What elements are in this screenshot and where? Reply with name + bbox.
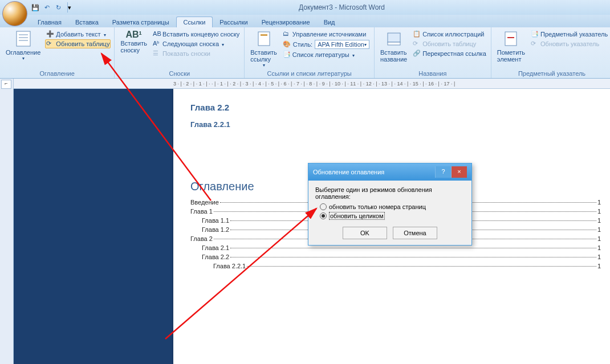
ribbon-tabs: Главная Вставка Разметка страницы Ссылки…: [0, 15, 610, 27]
toc-entry-label: Глава 2.2: [202, 253, 229, 260]
svg-rect-0: [17, 31, 30, 46]
insert-index-button[interactable]: 📑Предметный указатель: [530, 30, 609, 39]
vertical-ruler: ⌐: [0, 79, 14, 364]
footnote-icon: AB¹: [126, 30, 142, 40]
insert-endnote-button[interactable]: ABВставить концевую сноску: [152, 30, 241, 39]
window-title: Документ3 - Microsoft Word: [74, 3, 610, 11]
toc-entry-page: 1: [597, 199, 601, 206]
office-button[interactable]: [2, 1, 27, 26]
update-table-icon: ⟳: [46, 40, 54, 48]
group-citations-label: Ссылки и списки литературы: [248, 69, 371, 78]
tab-insert[interactable]: Вставка: [68, 17, 105, 27]
bibliography-icon: 📑: [283, 51, 291, 59]
cross-ref-icon: 🔗: [413, 50, 421, 58]
toc-entry-label: Глава 1.2: [202, 226, 229, 233]
mark-entry-button[interactable]: Пометить элемент: [495, 28, 527, 69]
heading-chapter-2-2[interactable]: Глава 2.2: [190, 103, 601, 112]
table-of-figures-button[interactable]: 📋Список иллюстраций: [412, 30, 487, 39]
insert-caption-button[interactable]: Вставить название: [378, 28, 409, 69]
cross-reference-label: Перекрестная ссылка: [422, 50, 486, 57]
update-toc-dialog: Обновление оглавления ? × Выберите один …: [308, 163, 472, 246]
toc-entry-label: Глава 2.2.1: [213, 263, 246, 269]
svg-rect-5: [261, 34, 267, 36]
tab-mailings[interactable]: Рассылки: [213, 17, 254, 27]
group-toc: Оглавление ▾ ➕Добавить текст ⟳Обновить т…: [0, 27, 115, 78]
toc-entry-page: 1: [597, 235, 601, 242]
manage-sources-button[interactable]: 🗂Управление источниками: [282, 30, 371, 39]
bibliography-button[interactable]: 📑Список литературы: [282, 50, 371, 59]
update-figures-button: ⟳Обновить таблицу: [412, 39, 487, 48]
toc-entry-label: Глава 2.1: [202, 244, 229, 251]
next-footnote-button[interactable]: AᵇСледующая сноска: [152, 39, 241, 48]
dialog-title-text: Обновление оглавления: [313, 169, 384, 175]
redo-icon[interactable]: ↻: [54, 3, 63, 12]
update-table-button[interactable]: ⟳Обновить таблицу: [45, 39, 111, 48]
ruler-corner-button[interactable]: ⌐: [1, 80, 11, 89]
radio-entire-table[interactable]: обновить целиком: [320, 212, 465, 220]
dialog-help-button[interactable]: ?: [435, 166, 451, 178]
next-footnote-label: Следующая сноска: [162, 40, 219, 47]
toc-entry-page: 1: [597, 263, 601, 269]
toc-line[interactable]: Глава 2.2.11: [190, 263, 601, 269]
dialog-close-button[interactable]: ×: [451, 166, 467, 178]
save-icon[interactable]: 💾: [31, 3, 40, 12]
workspace: ⌐ 3 · | · 2 · | · 1 · | · · | · 1 · | · …: [0, 79, 610, 364]
horizontal-ruler[interactable]: 3 · | · 2 · | · 1 · | · · | · 1 · | · 2 …: [14, 79, 610, 89]
update-index-label: Обновить указатель: [540, 40, 599, 47]
add-text-icon: ➕: [46, 30, 54, 38]
citation-style-dropdown[interactable]: APA Fifth Edition▾: [315, 40, 369, 49]
insert-footnote-label: Вставить сноску: [120, 40, 147, 54]
endnote-icon: AB: [153, 30, 161, 38]
heading-chapter-2-2-1[interactable]: Глава 2.2.1: [190, 120, 601, 129]
dialog-cancel-button[interactable]: Отмена: [393, 227, 437, 239]
citation-icon: [255, 30, 273, 48]
table-of-figures-label: Список иллюстраций: [422, 31, 484, 38]
update-figures-label: Обновить таблицу: [422, 40, 476, 47]
manage-sources-label: Управление источниками: [292, 31, 366, 38]
toc-button-label: Оглавление: [6, 49, 40, 56]
figures-icon: 📋: [413, 30, 421, 38]
group-captions-label: Названия: [378, 69, 487, 78]
group-captions: Вставить название 📋Список иллюстраций ⟳О…: [375, 27, 491, 78]
qat-dropdown-icon[interactable]: ▾: [67, 2, 71, 13]
update-table-label: Обновить таблицу: [56, 40, 109, 47]
update-index-button: ⟳Обновить указатель: [530, 39, 609, 48]
tab-page-layout[interactable]: Разметка страницы: [105, 17, 176, 27]
group-index: Пометить элемент 📑Предметный указатель ⟳…: [491, 27, 610, 78]
toc-line[interactable]: Глава 2.21: [190, 253, 601, 260]
tab-review[interactable]: Рецензирование: [255, 17, 317, 27]
toc-entry-label: Глава 1: [190, 208, 213, 215]
toc-entry-page: 1: [597, 217, 601, 224]
add-text-button[interactable]: ➕Добавить текст: [45, 30, 111, 39]
svg-rect-7: [388, 42, 400, 45]
group-index-label: Предметный указатель: [495, 69, 609, 78]
show-notes-icon: ☰: [153, 50, 161, 58]
group-footnotes-label: Сноски: [118, 69, 241, 78]
toc-entry-label: Глава 1.1: [202, 217, 229, 224]
ribbon: Оглавление ▾ ➕Добавить текст ⟳Обновить т…: [0, 27, 610, 79]
insert-citation-label: Вставить ссылку: [250, 49, 277, 63]
mark-entry-icon: [502, 30, 520, 48]
svg-rect-8: [505, 32, 517, 46]
quick-access-toolbar: 💾 ↶ ↻ ▾: [31, 2, 74, 13]
style-prefix: Стиль:: [293, 41, 312, 48]
index-icon: 📑: [531, 30, 539, 38]
dialog-titlebar[interactable]: Обновление оглавления ? ×: [308, 163, 471, 181]
toc-button[interactable]: Оглавление ▾: [3, 28, 43, 69]
add-text-label: Добавить текст: [56, 31, 100, 38]
cross-reference-button[interactable]: 🔗Перекрестная ссылка: [412, 49, 487, 58]
manage-sources-icon: 🗂: [283, 30, 291, 38]
tab-references[interactable]: Ссылки: [176, 17, 213, 27]
insert-citation-button[interactable]: Вставить ссылку ▾: [248, 28, 279, 69]
toc-icon: [14, 30, 32, 48]
radio-page-numbers-only[interactable]: обновить только номера страниц: [320, 203, 465, 210]
group-citations: Вставить ссылку ▾ 🗂Управление источникам…: [245, 27, 375, 78]
caption-icon: [385, 30, 403, 48]
undo-icon[interactable]: ↶: [42, 3, 51, 12]
toc-entry-page: 1: [597, 244, 601, 251]
dialog-ok-button[interactable]: OK: [343, 227, 387, 239]
tab-home[interactable]: Главная: [31, 17, 68, 27]
ruler-ticks: 3 · | · 2 · | · 1 · | · · | · 1 · | · 2 …: [173, 81, 455, 87]
tab-view[interactable]: Вид: [317, 17, 342, 27]
insert-footnote-button[interactable]: AB¹ Вставить сноску: [118, 28, 149, 69]
